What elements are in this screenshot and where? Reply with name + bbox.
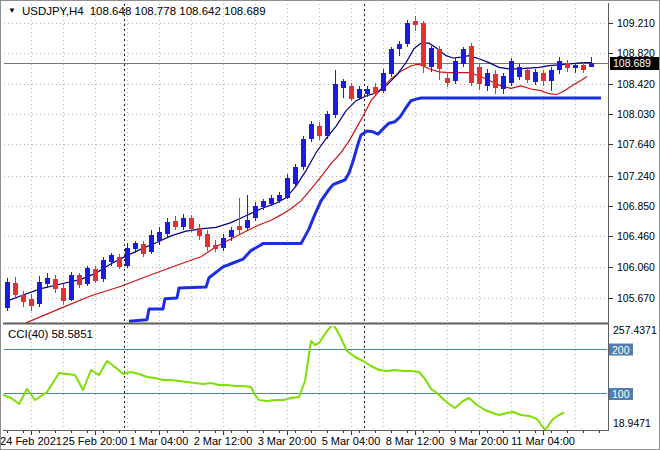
time-label: 1 Mar 04:00	[130, 435, 189, 447]
time-label: 5 Mar 04:00	[322, 435, 381, 447]
candle-body-bull	[509, 61, 514, 83]
candle-body-bull	[357, 89, 362, 98]
candle-body-bull	[101, 260, 106, 279]
panel-borders	[3, 3, 609, 431]
time-label: 3 Mar 20:00	[258, 435, 317, 447]
candle-body-bull	[181, 218, 186, 227]
candle-body-bear	[493, 74, 498, 88]
candle-body-bull	[133, 243, 138, 249]
candle-body-bear	[437, 49, 442, 69]
price-label: 108.420	[617, 78, 655, 90]
candle-body-bull	[5, 282, 10, 308]
candle-body-bull	[157, 232, 162, 241]
cci-level-label: 100	[612, 388, 630, 400]
candle-body-bear	[205, 234, 210, 247]
candle-body-bull	[309, 124, 314, 139]
candle-body-bear	[77, 275, 82, 284]
candle-body-bear	[13, 283, 18, 295]
candle-body-bear	[565, 63, 570, 68]
cci-level-label: 200	[612, 344, 630, 356]
candle-body-bear	[421, 23, 426, 66]
candle-body-bull	[285, 178, 290, 197]
symbol-timeframe-label: USDJPY,H4	[22, 5, 84, 17]
grid-layer	[4, 4, 607, 430]
current-price-tag: 108.689	[610, 57, 660, 70]
candle-body-bull	[85, 268, 90, 284]
chevron-down-icon[interactable]: ▼	[8, 7, 16, 15]
candle-body-bull	[397, 44, 402, 49]
cci-min-label: 18.9471	[613, 417, 651, 429]
candle-body-bear	[581, 65, 586, 70]
ma-slow-line	[26, 64, 587, 323]
candle-body-bull	[557, 61, 562, 70]
candle-body-bear	[213, 245, 218, 249]
candle-body-bull	[389, 49, 394, 74]
candle-body-bull	[485, 73, 490, 86]
time-label: 11 Mar 04:00	[511, 435, 575, 447]
time-axis[interactable]: 24 Feb 202125 Feb 20:001 Mar 04:002 Mar …	[1, 431, 599, 447]
candle-body-bear	[29, 299, 34, 306]
candle-body-bull	[229, 230, 234, 237]
price-label: 106.850	[617, 200, 655, 212]
chart-window: 109.210108.820108.420108.030107.640107.2…	[0, 0, 660, 450]
candle-body-bull	[589, 63, 594, 66]
candle-body-bear	[445, 78, 450, 83]
candle-body-bull	[69, 275, 74, 300]
candle-body-bear	[189, 218, 194, 229]
candle-body-bull	[37, 282, 42, 304]
candle-body-bull	[261, 201, 266, 207]
price-label: 109.210	[617, 17, 655, 29]
candle-body-bull	[293, 167, 298, 183]
time-label: 25 Feb 20:00	[63, 435, 128, 447]
candle-body-bull	[501, 76, 506, 89]
chart-canvas[interactable]: 109.210108.820108.420108.030107.640107.2…	[1, 1, 660, 450]
price-label: 107.240	[617, 170, 655, 182]
candle-body-bear	[237, 226, 242, 230]
candle-body-bull	[253, 206, 258, 218]
candle-body-bear	[141, 244, 146, 254]
candle-body-bull	[533, 72, 538, 82]
cci-axis-labels: 257.437118.9471200100	[609, 324, 657, 429]
time-label: 24 Feb 2021	[1, 435, 62, 447]
candle-body-bull	[109, 255, 114, 262]
candle-body-bear	[477, 67, 482, 84]
candle-body-bear	[349, 86, 354, 99]
price-label: 108.030	[617, 108, 655, 120]
cci-max-label: 257.4371	[613, 324, 657, 336]
candle-body-bear	[93, 269, 98, 281]
ohlc-values-label: 108.648 108.778 108.642 108.689	[90, 5, 266, 17]
candle-body-bear	[53, 279, 58, 290]
candle-body-bear	[173, 221, 178, 227]
time-label: 8 Mar 12:00	[386, 435, 445, 447]
candle-body-bear	[61, 288, 66, 301]
candle-body-bull	[517, 67, 522, 76]
price-label: 105.670	[617, 292, 655, 304]
price-label: 106.060	[617, 261, 655, 273]
panel-divider	[3, 323, 608, 325]
candle-body-bull	[549, 70, 554, 82]
time-label: 2 Mar 12:00	[194, 435, 253, 447]
candle-body-bear	[541, 73, 546, 81]
candle-body-bull	[221, 238, 226, 247]
price-label: 106.460	[617, 230, 655, 242]
candle-body-bull	[45, 278, 50, 284]
candle-body-bear	[317, 126, 322, 136]
candle-body-bull	[269, 198, 274, 204]
candle-body-bull	[165, 222, 170, 234]
candle-body-bear	[373, 87, 378, 93]
candle-body-bear	[21, 295, 26, 302]
candle-body-bull	[149, 235, 154, 252]
candle-body-bull	[461, 49, 466, 64]
ma-slow-path	[26, 64, 587, 323]
candle-body-bull	[277, 195, 282, 201]
cci-indicator-label: CCI(40) 58.5851	[8, 328, 93, 340]
trend-line-path	[129, 98, 601, 321]
candle-body-bull	[333, 84, 338, 114]
candle-body-bull	[381, 73, 386, 91]
candle-body-bull	[341, 81, 346, 88]
chart-title-bar: ▼ USDJPY,H4 108.648 108.778 108.642 108.…	[8, 4, 266, 17]
trend-line	[129, 98, 601, 321]
price-label: 107.640	[617, 138, 655, 150]
candle-body-bull	[245, 220, 250, 229]
candle-body-bear	[525, 70, 530, 79]
